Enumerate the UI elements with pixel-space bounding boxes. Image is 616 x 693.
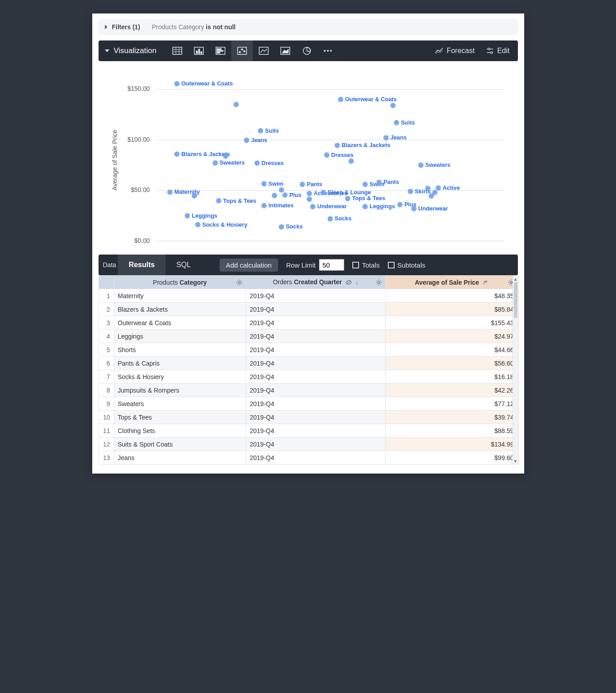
vis-type-pie[interactable]: [296, 40, 318, 61]
row-number: 12: [99, 438, 114, 451]
chart-point[interactable]: [310, 204, 315, 210]
chart-point-label: Suits: [400, 119, 414, 126]
column-quarter[interactable]: Orders Created Quarter ↓: [246, 276, 386, 289]
chart-point[interactable]: [383, 135, 388, 141]
row-number: 1: [99, 289, 114, 303]
chart-point[interactable]: [272, 193, 277, 198]
cell-value: $39.74: [386, 411, 518, 424]
vis-type-bar[interactable]: [210, 40, 231, 61]
scatter-chart[interactable]: $0.00$50.00$100.00$150.00Average of Sale…: [99, 61, 518, 253]
cell-quarter: 2019-Q4: [246, 343, 386, 357]
cell-quarter: 2019-Q4: [246, 370, 386, 384]
chart-point[interactable]: [279, 224, 284, 230]
chart-point[interactable]: [258, 128, 263, 134]
row-number: 9: [99, 397, 114, 411]
chart-point[interactable]: [338, 97, 343, 102]
edit-button[interactable]: Edit: [486, 47, 510, 55]
chart-point[interactable]: [362, 204, 368, 210]
chart-point[interactable]: [300, 182, 305, 187]
chart-point[interactable]: [428, 193, 434, 199]
cell-value: $42.26: [386, 384, 518, 397]
column-category[interactable]: Products Category: [114, 276, 246, 289]
row-limit-input[interactable]: [319, 259, 344, 271]
row-number: 10: [99, 411, 114, 424]
svg-marker-19: [282, 49, 288, 53]
totals-checkbox[interactable]: Totals: [352, 261, 379, 269]
chart-point[interactable]: [261, 203, 266, 208]
svg-point-15: [241, 49, 243, 50]
chart-point[interactable]: [408, 189, 413, 194]
chart-point[interactable]: [376, 180, 382, 185]
tab-results[interactable]: Results: [118, 255, 166, 275]
chart-point[interactable]: [261, 181, 266, 187]
chart-point[interactable]: [418, 162, 423, 168]
svg-rect-11: [217, 50, 223, 52]
chart-point[interactable]: [425, 186, 430, 191]
vis-type-area[interactable]: [274, 40, 296, 61]
chart-point-label: Jeans: [251, 137, 267, 143]
chart-point[interactable]: [320, 190, 326, 195]
chart-point[interactable]: [436, 185, 441, 191]
chart-point[interactable]: [167, 189, 172, 195]
chart-point[interactable]: [216, 198, 221, 204]
svg-rect-0: [173, 47, 182, 54]
filters-title: Filters (1): [112, 23, 140, 31]
chart-point[interactable]: [244, 138, 249, 143]
chart-point[interactable]: [212, 160, 218, 165]
chart-point[interactable]: [345, 196, 350, 201]
chart-point[interactable]: [279, 187, 284, 192]
chart-point[interactable]: [195, 222, 200, 228]
chart-point[interactable]: [328, 216, 333, 222]
cell-category: Pants & Capris: [114, 357, 246, 370]
vis-type-column[interactable]: [188, 40, 210, 61]
gear-icon[interactable]: [236, 279, 243, 286]
chart-point[interactable]: [223, 153, 228, 159]
svg-rect-10: [217, 49, 221, 50]
filters-bar[interactable]: Filters (1) Products Category is not nul…: [99, 19, 518, 35]
chart-point[interactable]: [306, 191, 312, 196]
cell-category: Tops & Tees: [114, 411, 246, 424]
chart-point[interactable]: [174, 152, 180, 157]
chart-point[interactable]: [397, 202, 402, 207]
row-limit-label: Row Limit: [286, 261, 316, 269]
chart-point[interactable]: [174, 81, 180, 86]
vis-type-table[interactable]: [166, 40, 188, 61]
scroll-thumb[interactable]: [514, 282, 517, 318]
row-number: 8: [99, 384, 114, 397]
data-title: Data: [103, 261, 117, 268]
scroll-down-icon[interactable]: ▼: [513, 458, 518, 464]
chart-point[interactable]: [394, 120, 399, 125]
chart-point[interactable]: [306, 197, 312, 202]
vis-type-scatter[interactable]: [231, 40, 253, 61]
column-average-sale-price[interactable]: Average of Sale Price: [386, 276, 518, 289]
chart-point[interactable]: [390, 103, 396, 108]
checkbox-icon: [352, 262, 359, 268]
subtotals-checkbox[interactable]: Subtotals: [388, 261, 426, 269]
chart-point-label: Underwear: [418, 205, 448, 212]
chart-point[interactable]: [334, 143, 340, 148]
vis-type-more[interactable]: •••: [318, 47, 339, 54]
cell-category: Jeans: [114, 451, 246, 465]
tab-sql[interactable]: SQL: [166, 255, 202, 275]
table-row: 9Sweaters2019-Q4$77.12: [99, 397, 517, 411]
gear-icon[interactable]: [375, 279, 382, 286]
chart-point[interactable]: [191, 193, 197, 199]
scroll-up-icon[interactable]: ▲: [513, 276, 518, 282]
chevron-down-icon[interactable]: [105, 49, 109, 52]
chart-point[interactable]: [348, 158, 354, 164]
scrollbar[interactable]: ▲ ▼: [513, 275, 519, 465]
chart-point[interactable]: [411, 206, 416, 211]
row-number: 7: [99, 370, 114, 384]
chart-point[interactable]: [254, 161, 260, 166]
chart-point[interactable]: [184, 213, 190, 219]
add-calculation-button[interactable]: Add calculation: [220, 259, 278, 272]
svg-rect-8: [201, 52, 202, 54]
cell-value: $44.66: [386, 343, 518, 357]
chart-point[interactable]: [324, 152, 329, 158]
cell-category: Blazers & Jackets: [114, 303, 246, 316]
chart-point[interactable]: [233, 102, 238, 107]
forecast-button[interactable]: Forecast: [435, 47, 475, 55]
vis-type-line[interactable]: [253, 40, 274, 61]
chart-point[interactable]: [362, 182, 368, 187]
chart-point[interactable]: [282, 192, 288, 198]
